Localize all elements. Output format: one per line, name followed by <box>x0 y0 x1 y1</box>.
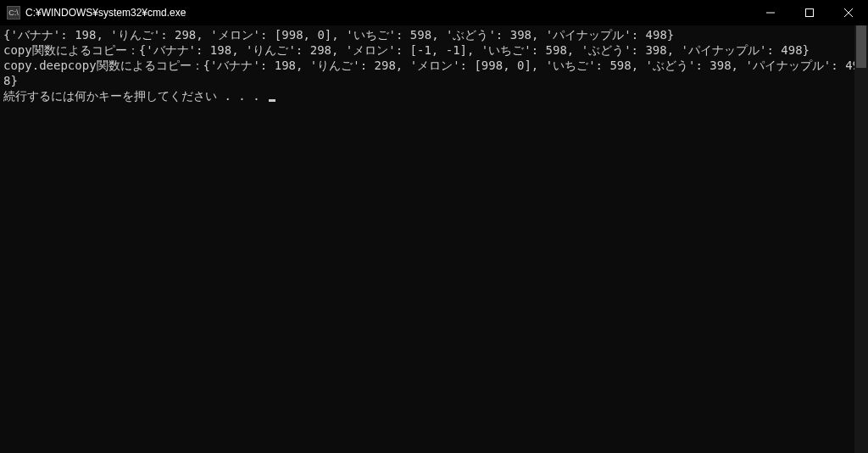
svg-rect-1 <box>806 9 814 17</box>
window-controls <box>751 0 868 25</box>
scrollbar-thumb[interactable] <box>856 25 866 68</box>
output-line: copy関数によるコピー：{'バナナ': 198, 'りんご': 298, 'メ… <box>3 43 810 57</box>
maximize-icon <box>805 8 814 17</box>
close-button[interactable] <box>829 0 868 25</box>
terminal-area[interactable]: {'バナナ': 198, 'りんご': 298, 'メロン': [998, 0]… <box>0 25 868 453</box>
terminal-output: {'バナナ': 198, 'りんご': 298, 'メロン': [998, 0]… <box>3 27 865 103</box>
output-line: {'バナナ': 198, 'りんご': 298, 'メロン': [998, 0]… <box>3 28 674 42</box>
window-title: C:¥WINDOWS¥system32¥cmd.exe <box>25 7 751 19</box>
output-line: copy.deepcopy関数によるコピー：{'バナナ': 198, 'りんご'… <box>3 59 860 87</box>
cmd-icon: C:\ <box>7 6 20 20</box>
close-icon <box>844 8 853 17</box>
window-titlebar: C:\ C:¥WINDOWS¥system32¥cmd.exe <box>0 0 868 25</box>
minimize-button[interactable] <box>751 0 790 25</box>
cmd-icon-label: C:\ <box>8 8 19 17</box>
output-line: 続行するには何かキーを押してください . . . <box>3 89 267 103</box>
vertical-scrollbar[interactable] <box>854 25 868 453</box>
cursor <box>269 99 275 102</box>
minimize-icon <box>766 8 775 17</box>
maximize-button[interactable] <box>790 0 829 25</box>
